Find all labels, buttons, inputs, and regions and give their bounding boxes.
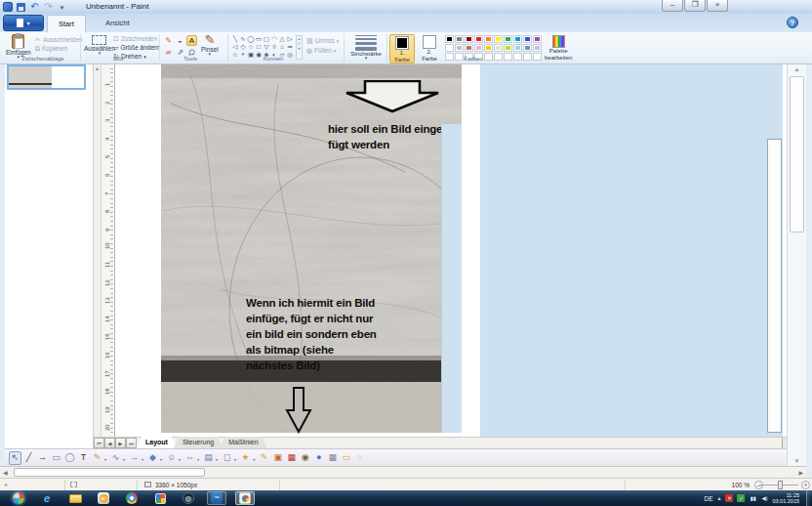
tab-start[interactable]: Start — [47, 15, 86, 32]
shape-icon[interactable]: □ — [255, 43, 263, 51]
edit-palette-button[interactable]: Palette bearbeiten — [545, 35, 572, 61]
palette-color[interactable] — [445, 44, 454, 52]
dark-app-icon[interactable]: ◍ — [179, 491, 198, 505]
connector-tool-icon[interactable]: ∿ — [109, 451, 122, 465]
shape-icon[interactable]: ╲ — [231, 35, 239, 43]
speaker-icon[interactable]: ◀) — [760, 494, 768, 502]
paint-icon[interactable] — [235, 491, 255, 505]
layer-tab-steuerung[interactable]: Steuerung — [174, 437, 223, 448]
close-button[interactable]: × — [707, 0, 728, 12]
basic-shapes-icon[interactable]: ◆ — [146, 451, 159, 465]
openoffice-icon[interactable]: ~ — [207, 491, 226, 505]
tray-expand-icon[interactable]: ▲ — [717, 495, 722, 501]
fill-shape-button[interactable]: ◍ Füllen▾ — [306, 47, 336, 54]
stroke-width-button[interactable]: Strichstärke ▾ — [347, 35, 385, 60]
start-orb[interactable] — [9, 491, 28, 505]
shape-icon[interactable]: ∿ — [239, 35, 247, 43]
palette-color[interactable] — [533, 44, 542, 52]
tab-nav-button[interactable]: ⏮ — [94, 438, 104, 448]
palette-color[interactable] — [533, 53, 542, 61]
palette-color[interactable] — [504, 53, 512, 61]
folder-tool-icon[interactable]: ▭ — [340, 451, 352, 465]
layer-tab-layout[interactable]: Layout — [137, 437, 177, 448]
zoom-in-icon[interactable]: + — [801, 481, 810, 489]
grid-app-icon[interactable] — [150, 491, 170, 505]
tab-nav-button[interactable]: ⏭ — [126, 438, 137, 448]
shape-icon[interactable]: ▢ — [263, 35, 270, 43]
palette-color[interactable] — [465, 44, 473, 52]
dropdown-icon[interactable]: ▾ — [104, 457, 106, 462]
palette-color[interactable] — [474, 35, 483, 43]
fill-icon[interactable]: ◒ — [175, 35, 185, 46]
redo-icon[interactable]: ↷ — [43, 2, 54, 13]
palette-color[interactable] — [484, 44, 493, 52]
select-tool-icon[interactable]: ↖ — [9, 451, 21, 465]
save-icon[interactable] — [16, 2, 26, 13]
cut-button[interactable]: ✂ Ausschneiden — [35, 36, 83, 43]
file-menu-button[interactable]: ▾ — [3, 15, 44, 31]
sphere-icon[interactable]: ● — [312, 451, 325, 465]
layer-tab-maßlinien[interactable]: Maßlinien — [220, 437, 266, 448]
show-desktop-button[interactable] — [806, 490, 810, 506]
dropdown-icon[interactable]: ▾ — [197, 457, 199, 462]
copy-button[interactable]: ⧉ Kopieren — [35, 45, 67, 52]
palette-color[interactable] — [513, 35, 522, 43]
maximize-button[interactable]: ❐ — [684, 0, 706, 12]
tab-ansicht[interactable]: Ansicht — [95, 15, 141, 32]
insert-picture-icon[interactable]: ▣ — [271, 451, 284, 465]
help-icon[interactable]: ? — [787, 17, 798, 28]
pencil-icon[interactable]: ✎ — [163, 35, 174, 46]
clock[interactable]: 11:25 03.01.2015 — [772, 492, 802, 504]
shape-icon[interactable]: ▷ — [286, 35, 294, 43]
callouts-icon[interactable]: ◻ — [221, 451, 233, 465]
edit-points-icon[interactable]: ✎ — [258, 451, 270, 465]
curve-tool-icon[interactable]: ✎ — [91, 451, 103, 465]
crop-button[interactable]: ⊡ Zuschneiden — [113, 35, 157, 42]
ie-icon[interactable]: e — [37, 491, 57, 505]
palette-color[interactable] — [494, 44, 503, 52]
scroll-down-icon[interactable]: ▼ — [788, 458, 806, 464]
shape-icon[interactable]: △ — [278, 35, 286, 43]
shape-icon[interactable]: ▭ — [255, 35, 263, 43]
vertical-scrollbar[interactable]: ▲ ▼ — [787, 64, 806, 466]
color1-button[interactable]: 1. Farbe — [389, 34, 415, 63]
block-arrows-icon[interactable]: ⇔ — [183, 451, 196, 465]
palette-color[interactable] — [455, 44, 464, 52]
horizontal-scroll-thumb[interactable] — [14, 468, 205, 477]
undo-icon[interactable]: ↶ — [29, 2, 40, 13]
tab-nav-button[interactable]: ◀ — [104, 438, 115, 448]
arrow-tool-icon[interactable]: → — [36, 451, 49, 465]
shape-icon[interactable]: + — [239, 51, 247, 59]
shape-icon[interactable]: ◯ — [247, 35, 255, 43]
tab-nav-button[interactable]: ▶ — [115, 438, 126, 448]
dropdown-icon[interactable]: ▾ — [179, 457, 181, 462]
minimize-button[interactable]: – — [662, 0, 683, 12]
resize-button[interactable]: ▱ Größe ändern — [113, 44, 160, 51]
explorer-icon[interactable] — [65, 491, 85, 505]
antivirus-icon[interactable]: ✓ — [737, 494, 745, 502]
action-center-icon[interactable]: ✕ — [725, 494, 733, 502]
dropdown-icon[interactable]: ▾ — [216, 457, 218, 462]
faded-tool-icon[interactable]: ○ — [353, 451, 366, 465]
palette-color[interactable] — [523, 44, 532, 52]
rectangle-tool-icon[interactable]: ▭ — [50, 451, 62, 465]
pages-panel-scrollbar[interactable]: ▲ — [94, 64, 102, 466]
palette-color[interactable] — [523, 35, 532, 43]
palette-color[interactable] — [504, 35, 512, 43]
dropdown-icon[interactable]: ▾ — [253, 457, 255, 462]
qat-dropdown-icon[interactable]: ▾ — [57, 2, 67, 13]
palette-color[interactable] — [465, 35, 473, 43]
camera-icon[interactable]: ◉ — [299, 451, 311, 465]
paint-app-icon[interactable] — [2, 2, 13, 13]
dropdown-icon[interactable]: ▾ — [142, 457, 143, 462]
scroll-left-icon[interactable]: ◀ — [3, 469, 8, 476]
shape-icon[interactable]: ⇒ — [286, 43, 294, 51]
palette-color[interactable] — [513, 53, 522, 61]
palette-color[interactable] — [523, 53, 532, 61]
dropdown-icon[interactable]: ▾ — [234, 457, 236, 462]
text-tool-icon[interactable]: A — [186, 35, 197, 46]
palette-color[interactable] — [455, 35, 464, 43]
palette-color[interactable] — [513, 44, 522, 52]
palette-color[interactable] — [494, 35, 503, 43]
shape-icon[interactable]: ◇ — [239, 43, 247, 51]
